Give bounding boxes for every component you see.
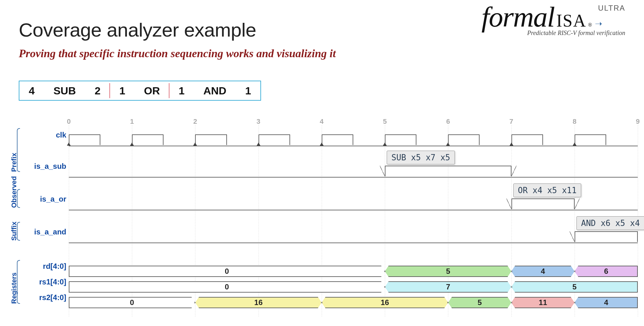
clk-pulse: [448, 134, 480, 145]
time-tick: 2: [193, 118, 197, 126]
instruction-callout: SUB x5 x7 x5: [387, 151, 455, 164]
rising-edge-icon: [510, 143, 513, 146]
clk-pulse: [259, 134, 290, 145]
bus-segment: 0: [69, 266, 385, 277]
group-brace: [17, 260, 20, 304]
group-brace: [17, 222, 20, 241]
clk-pulse: [195, 134, 227, 145]
signal-label-rs1: rs1[4:0]: [39, 278, 66, 286]
bus-segment: 16: [195, 297, 321, 308]
signal-label-rs2: rs2[4:0]: [39, 293, 66, 302]
bus-segment: 5: [448, 297, 511, 308]
clk-pulse: [511, 134, 543, 145]
rising-edge-icon: [130, 143, 134, 146]
rising-edge-icon: [67, 143, 71, 146]
signal-label-clk: clk: [56, 131, 66, 139]
time-tick: 0: [67, 118, 71, 126]
rising-edge-icon: [257, 143, 260, 146]
signal-label-rd: rd[4:0]: [43, 262, 66, 271]
sequence-cell: 1OR: [110, 81, 169, 100]
time-tick: 5: [383, 118, 387, 126]
brand-logo: ULTRA formal ISA ® ➝ Predictable RISC-V …: [481, 6, 625, 37]
clk-pulse: [69, 134, 100, 145]
page-subtitle: Proving that specific instruction sequen…: [19, 47, 336, 60]
signal-label-is-a-sub: is_a_sub: [34, 162, 66, 171]
group-brace: [17, 189, 20, 208]
time-tick: 3: [257, 118, 260, 126]
signal-label-is-a-and: is_a_and: [34, 228, 66, 236]
time-tick: 8: [573, 118, 576, 126]
time-tick: 9: [636, 118, 640, 126]
bus-segment: 5: [511, 281, 638, 293]
bus-rs2: 016165114: [69, 297, 638, 308]
time-tick: 4: [320, 118, 324, 126]
bus-rd: 0546: [69, 266, 638, 277]
logo-word-italic: formal: [481, 6, 554, 29]
signal-is_a_or: [69, 210, 638, 210]
logo-ultra: ULTRA: [598, 4, 625, 13]
rising-edge-icon: [193, 143, 197, 146]
bus-segment: 6: [575, 266, 638, 277]
sequence-cell: 4SUB2: [19, 81, 110, 100]
rising-edge-icon: [320, 143, 324, 146]
clk-pulse: [385, 134, 416, 145]
signal-is_a_sub: [69, 177, 638, 178]
instruction-callout: AND x6 x5 x4: [576, 216, 644, 230]
rising-edge-icon: [383, 143, 387, 146]
signal-label-is-a-or: is_a_or: [40, 195, 66, 203]
bus-segment: 0: [69, 281, 385, 293]
sequence-cell: 1AND1: [169, 81, 261, 100]
signal-is_a_and: [69, 243, 638, 243]
bus-segment: 0: [69, 297, 195, 308]
bus-segment: 5: [385, 266, 511, 277]
time-tick: 1: [130, 118, 134, 126]
bus-segment: 7: [385, 281, 511, 293]
bus-segment: 4: [511, 266, 575, 277]
signal-clk: [69, 146, 638, 146]
clk-pulse: [575, 134, 606, 145]
logo-reg: ®: [588, 22, 592, 28]
clk-pulse: [322, 134, 353, 145]
clk-pulse: [132, 134, 164, 145]
logo-word-caps: ISA: [556, 11, 586, 31]
rising-edge-icon: [573, 143, 576, 146]
instruction-callout: OR x4 x5 x11: [513, 183, 581, 197]
group-brace: [17, 128, 20, 172]
time-tick: 6: [446, 118, 450, 126]
waveform-diagram: clkis_a_subis_a_oris_a_andrd[4:0]rs1[4:0…: [19, 122, 641, 317]
bus-rs1: 075: [69, 281, 638, 293]
page-title: Coverage analyzer example: [19, 19, 256, 41]
bus-segment: 11: [511, 297, 575, 308]
bus-segment: 16: [322, 297, 448, 308]
sequence-box: 4SUB21OR1AND1: [19, 81, 261, 101]
time-tick: 7: [509, 118, 513, 126]
arrow-icon: ➝: [595, 18, 602, 29]
rising-edge-icon: [446, 143, 450, 146]
bus-segment: 4: [575, 297, 638, 308]
